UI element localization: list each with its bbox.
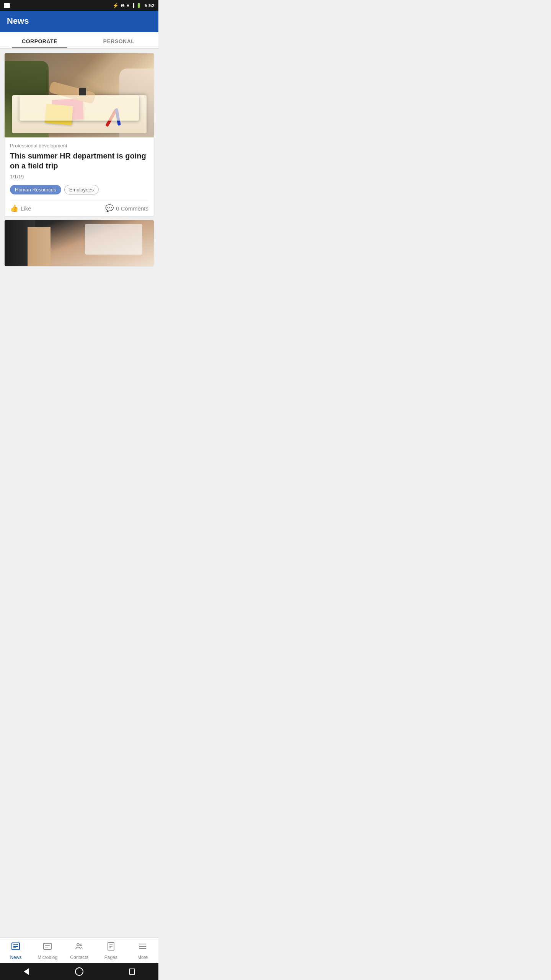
dnd-icon: ⊖: [121, 3, 125, 8]
tab-personal[interactable]: PERSONAL: [79, 32, 158, 48]
bluetooth-icon: ⚡: [112, 3, 119, 8]
comments-count: 💬 0 Comments: [105, 204, 148, 212]
like-button[interactable]: 👍 Like: [10, 204, 31, 212]
arm-reaching: [49, 81, 96, 104]
status-bar: ⚡ ⊖ ▾ ▐ 🔋 5:52: [0, 0, 158, 11]
tab-bar: CORPORATE PERSONAL: [0, 32, 158, 49]
wifi-icon: ▾: [127, 3, 129, 8]
news-actions-1: 👍 Like 💬 0 Comments: [10, 201, 148, 212]
thumbs-up-icon: 👍: [10, 204, 18, 212]
content-area: Professional development This summer HR …: [0, 49, 158, 271]
signal-icon: ▐: [131, 3, 134, 8]
app-header: News: [0, 11, 158, 32]
notification-icon: [4, 3, 10, 8]
sticky-note-pink: [52, 98, 83, 121]
comments-label: 0 Comments: [116, 205, 148, 212]
like-label: Like: [21, 205, 31, 212]
news-card-1[interactable]: Professional development This summer HR …: [5, 53, 154, 216]
news-card-body-1: Professional development This summer HR …: [5, 137, 154, 216]
comment-icon: 💬: [105, 204, 114, 212]
news-title-1: This summer HR department is going on a …: [10, 151, 148, 171]
battery-icon: 🔋: [136, 3, 142, 8]
news-card-image-1: [5, 53, 154, 137]
tag-human-resources[interactable]: Human Resources: [10, 185, 61, 194]
status-right: ⚡ ⊖ ▾ ▐ 🔋 5:52: [112, 3, 155, 8]
table-surface: [12, 95, 147, 133]
news-tags-1: Human Resources Employees: [10, 185, 148, 194]
news-category-1: Professional development: [10, 143, 148, 149]
news-card-image-2: [5, 220, 154, 266]
time-display: 5:52: [145, 3, 155, 8]
news-card-2-partial[interactable]: [5, 220, 154, 266]
app-header-title: News: [7, 16, 29, 26]
light-area: [85, 224, 142, 255]
news-date-1: 1/1/19: [10, 174, 148, 180]
tag-employees[interactable]: Employees: [64, 185, 99, 194]
status-left: [4, 3, 10, 8]
blueprint-paper: [12, 95, 147, 133]
watch: [79, 88, 86, 96]
office-meeting-image: [5, 53, 154, 137]
silhouette-right: [28, 227, 51, 266]
tab-corporate[interactable]: CORPORATE: [0, 32, 79, 48]
